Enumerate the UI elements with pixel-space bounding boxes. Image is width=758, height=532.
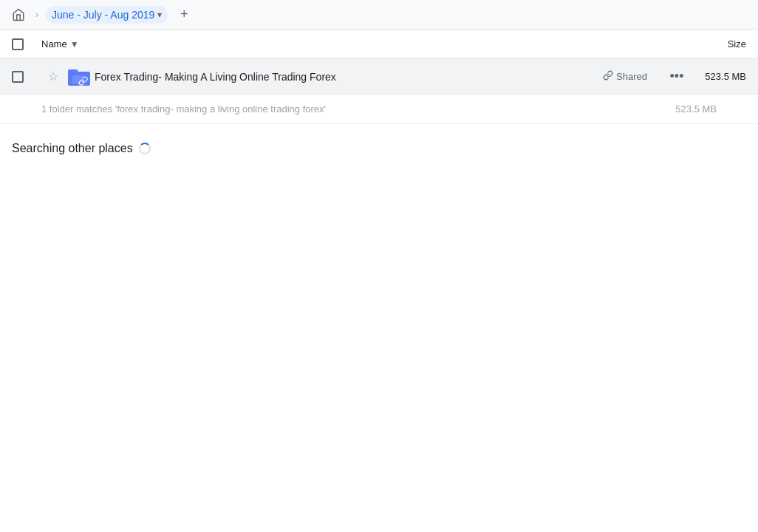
search-result-text: 1 folder matches 'forex trading- making … (41, 103, 326, 115)
select-all-checkbox[interactable] (12, 38, 24, 50)
main-content: ☆ Forex Trading- Making A Living Online … (0, 59, 758, 532)
search-result-size: 523.5 MB (675, 103, 717, 115)
breadcrumb-label: June - July - Aug 2019 (52, 9, 154, 21)
home-button[interactable] (9, 5, 28, 24)
link-icon (603, 70, 613, 83)
size-column-label: Size (728, 38, 746, 50)
select-all-checkbox-area[interactable] (12, 38, 41, 50)
column-header: Name ▼ Size (0, 30, 758, 59)
breadcrumb-arrow: ▾ (157, 10, 162, 20)
table-row[interactable]: ☆ Forex Trading- Making A Living Online … (0, 59, 758, 95)
file-size: 523.5 MB (694, 71, 746, 82)
star-button[interactable]: ☆ (41, 69, 65, 83)
star-icon: ☆ (48, 69, 58, 83)
loading-spinner (139, 143, 151, 154)
more-icon: ••• (670, 69, 684, 84)
file-name[interactable]: Forex Trading- Making A Living Online Tr… (95, 71, 597, 83)
other-places-section: Searching other places (0, 124, 758, 164)
folder-svg (66, 66, 90, 87)
size-column-header[interactable]: Size (728, 38, 746, 50)
shared-badge[interactable]: Shared (597, 67, 653, 86)
more-options-button[interactable]: ••• (665, 65, 689, 89)
name-column-label: Name (41, 38, 67, 50)
add-tab-button[interactable]: + (174, 4, 194, 25)
row-checkbox[interactable] (12, 71, 24, 83)
row-checkbox-area[interactable] (12, 71, 41, 83)
breadcrumb-separator: › (35, 10, 38, 20)
breadcrumb-current[interactable]: June - July - Aug 2019 ▾ (46, 6, 168, 24)
shared-label: Shared (616, 71, 647, 82)
name-sort-arrow: ▼ (70, 39, 79, 50)
search-info: 523.5 MB 1 folder matches 'forex trading… (0, 95, 758, 124)
file-icon (65, 64, 92, 90)
name-column-header[interactable]: Name ▼ (41, 38, 79, 50)
top-bar: › June - July - Aug 2019 ▾ + (0, 0, 758, 30)
other-places-title: Searching other places (12, 142, 133, 155)
